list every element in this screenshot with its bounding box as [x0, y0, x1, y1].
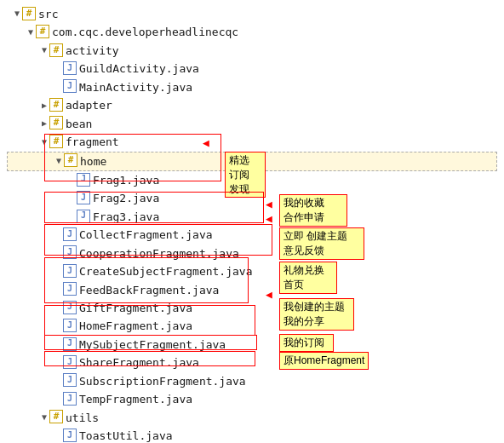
tree-node-ShareFragment[interactable]: ShareFragment.java [7, 354, 497, 371]
java-icon-MySubjectFragment [63, 337, 77, 351]
expand-arrow-home[interactable] [54, 154, 64, 169]
java-icon-Frag2 [77, 191, 90, 204]
java-icon-HomeFragment [63, 319, 77, 332]
package-icon-home [64, 153, 77, 167]
node-label-HomeFragment: HomeFragment.java [79, 317, 192, 335]
java-icon-Frag3 [77, 210, 90, 223]
java-icon-GiftFragment [63, 301, 77, 314]
node-label-TempFragment: TempFragment.java [79, 390, 192, 408]
tree-node-TempFragment[interactable]: TempFragment.java [7, 390, 497, 408]
annotation-text-temp: 原HomeFragment [284, 354, 364, 366]
tree-node-utils[interactable]: utils [7, 409, 497, 427]
java-icon-TempFragment [63, 392, 77, 406]
package-icon-root [36, 25, 49, 38]
java-icon-CreateSubjectFragment [63, 264, 77, 278]
tree-node-CreateSubjectFragment[interactable]: CreateSubjectFragment.java [7, 262, 497, 280]
node-label-CreateSubjectFragment: CreateSubjectFragment.java [79, 262, 253, 280]
tree-node-ToastUtil[interactable]: ToastUtil.java [7, 427, 497, 443]
tree-node-bean[interactable]: bean [7, 115, 497, 133]
node-label-Frag2: Frag2.java [93, 189, 159, 207]
red-arrow-coop: ◀ [266, 212, 272, 225]
tree-node-CollectFragment[interactable]: CollectFragment.java [7, 226, 497, 244]
tree-node-Frag3[interactable]: Frag3.java [7, 208, 497, 226]
tree-node-activity[interactable]: activity [7, 42, 497, 60]
package-icon-utils [49, 410, 63, 423]
tree-node-SubscriptionFragment[interactable]: SubscriptionFragment.java [7, 372, 497, 390]
tree-node-MainActivity[interactable]: MainActivity.java [7, 78, 497, 96]
package-icon-adapter [49, 98, 63, 112]
tree-node-fragment[interactable]: fragment [7, 133, 497, 151]
expand-arrow-pkg-root[interactable] [26, 26, 36, 40]
node-label-activity: activity [66, 42, 119, 60]
red-arrow-home: ◀ [203, 136, 209, 149]
java-icon-FeedBackFragment [63, 282, 77, 296]
annotation-text-collect: 我的收藏合作申请 [284, 197, 324, 223]
node-label-home: home [80, 152, 106, 170]
java-icon-ShareFragment [63, 355, 77, 369]
package-icon-fragment [49, 135, 63, 148]
node-label-CooperationFragment: CooperationFragment.java [79, 245, 239, 262]
tree-node-FeedBackFragment[interactable]: FeedBackFragment.java [7, 281, 497, 299]
folder-icon-src [22, 7, 36, 20]
annotation-create-feedback: 立即 创建主题意见反馈 [279, 227, 364, 260]
node-label-MySubjectFragment: MySubjectFragment.java [79, 336, 226, 354]
node-label-Frag3: Frag3.java [93, 208, 159, 226]
java-icon-MainActivity [63, 79, 77, 93]
node-label-bean: bean [66, 115, 92, 133]
node-label-FeedBackFragment: FeedBackFragment.java [79, 281, 219, 299]
annotation-text-mysubject: 我创建的主题我的分享 [284, 301, 345, 327]
node-label-pkg-root: com.cqc.developerheadlinecqc [52, 23, 238, 41]
annotation-text-gift: 礼物兑换首页 [284, 264, 324, 291]
node-label-CollectFragment: CollectFragment.java [79, 226, 213, 244]
expand-arrow-adapter[interactable] [39, 99, 49, 113]
package-icon-bean [49, 116, 63, 129]
annotation-text-frag: 精选订阅发现 [229, 154, 249, 195]
tree-node-pkg-root[interactable]: com.cqc.developerheadlinecqc [7, 23, 497, 41]
node-label-ToastUtil: ToastUtil.java [79, 427, 173, 443]
java-icon-SubscriptionFragment [63, 373, 77, 387]
expand-arrow-utils[interactable] [39, 411, 49, 425]
annotation-gift-home: 礼物兑换首页 [279, 262, 337, 294]
node-label-GuildActivity: GuildActivity.java [79, 60, 199, 78]
node-label-MainActivity: MainActivity.java [79, 78, 192, 96]
java-icon-GuildActivity [63, 61, 77, 75]
java-icon-ToastUtil [63, 429, 77, 442]
annotation-text-create: 立即 创建主题意见反馈 [284, 230, 347, 256]
tree-node-src[interactable]: src [7, 5, 497, 23]
red-arrow-homefrag: ◀ [266, 288, 272, 301]
annotation-temphome: 原HomeFragment [279, 352, 369, 370]
node-label-adapter: adapter [66, 96, 112, 114]
annotation-subscription: 我的订阅 [279, 334, 334, 352]
node-label-SubscriptionFragment: SubscriptionFragment.java [79, 372, 246, 390]
expand-arrow-src[interactable] [12, 7, 22, 21]
node-label-utils: utils [66, 409, 99, 427]
tree-node-HomeFragment[interactable]: HomeFragment.java [7, 317, 497, 335]
expand-arrow-fragment[interactable] [39, 135, 49, 150]
node-label-GiftFragment: GiftFragment.java [79, 299, 192, 317]
java-icon-CollectFragment [63, 227, 77, 241]
tree-node-CooperationFragment[interactable]: CooperationFragment.java [7, 245, 497, 262]
tree-node-GuildActivity[interactable]: GuildActivity.java [7, 60, 497, 78]
file-tree: src com.cqc.developerheadlinecqc activit… [0, 0, 504, 443]
node-label-fragment: fragment [66, 133, 119, 151]
expand-arrow-bean[interactable] [39, 117, 49, 131]
red-arrow-collect: ◀ [266, 198, 272, 210]
annotation-frag-labels: 精选订阅发现 [225, 152, 266, 198]
package-icon-activity [49, 43, 63, 57]
tree-node-GiftFragment[interactable]: GiftFragment.java [7, 299, 497, 317]
expand-arrow-activity[interactable] [39, 43, 49, 58]
tree-node-MySubjectFragment[interactable]: MySubjectFragment.java [7, 336, 497, 354]
node-label-ShareFragment: ShareFragment.java [79, 354, 199, 371]
node-label-Frag1: Frag1.java [93, 171, 159, 189]
java-icon-CooperationFragment [63, 245, 77, 259]
node-label-src: src [38, 5, 58, 23]
tree-node-adapter[interactable]: adapter [7, 96, 497, 114]
java-icon-Frag1 [77, 173, 90, 187]
annotation-text-subscription: 我的订阅 [284, 337, 324, 348]
annotation-mysubject-share: 我创建的主题我的分享 [279, 298, 354, 331]
annotation-collect-coop: 我的收藏合作申请 [279, 194, 347, 227]
